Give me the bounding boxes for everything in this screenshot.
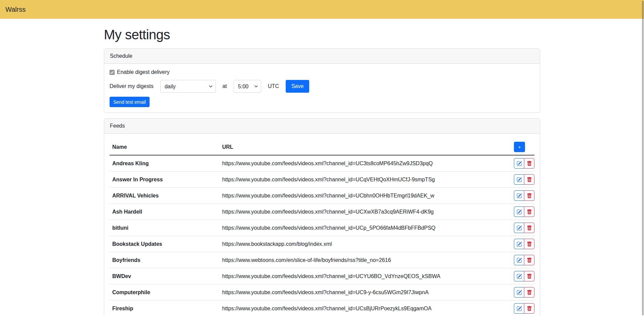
- trash-icon: [527, 306, 532, 311]
- table-row: bitluni https://www.youtube.com/feeds/vi…: [110, 220, 534, 236]
- deliver-label: Deliver my digests: [110, 83, 154, 89]
- table-row: BWDev https://www.youtube.com/feeds/vide…: [110, 268, 534, 284]
- pencil-square-icon: [517, 193, 522, 198]
- enable-digest-label[interactable]: Enable digest delivery: [117, 69, 170, 75]
- edit-feed-button[interactable]: [514, 303, 524, 314]
- table-row: Bookstack Updates https://www.bookstacka…: [110, 236, 534, 252]
- trash-icon: [527, 225, 532, 231]
- frequency-select[interactable]: daily: [160, 80, 216, 93]
- feed-url: https://www.youtube.com/feeds/videos.xml…: [219, 188, 511, 204]
- add-feed-button[interactable]: +: [514, 142, 525, 152]
- edit-feed-button[interactable]: [514, 255, 524, 265]
- table-row: Andreas Kling https://www.youtube.com/fe…: [110, 155, 534, 172]
- edit-feed-button[interactable]: [514, 207, 524, 217]
- time-select[interactable]: 5:00: [234, 80, 261, 93]
- edit-feed-button[interactable]: [514, 223, 524, 233]
- feed-url: https://www.youtube.com/feeds/videos.xml…: [219, 220, 511, 236]
- delete-feed-button[interactable]: [524, 239, 534, 249]
- schedule-card-body: Enable digest delivery Deliver my digest…: [104, 64, 540, 112]
- enable-digest-checkbox[interactable]: [110, 70, 115, 75]
- trash-icon: [527, 161, 532, 166]
- page-scrollbar-thumb[interactable]: [642, 1, 644, 315]
- feed-url: https://www.youtube.com/feeds/videos.xml…: [219, 284, 511, 301]
- feeds-card-header: Feeds: [104, 119, 540, 134]
- feed-actions-group: [514, 239, 534, 249]
- feed-actions-group: [514, 174, 534, 185]
- feed-name: ARRIVAL Vehicles: [110, 188, 219, 204]
- table-row: Fireship https://www.youtube.com/feeds/v…: [110, 301, 534, 316]
- feeds-table-head: Name URL +: [110, 139, 534, 155]
- check-icon: [110, 71, 114, 74]
- edit-feed-button[interactable]: [514, 287, 524, 298]
- timezone-label: UTC: [268, 83, 279, 89]
- feed-url: https://www.youtube.com/feeds/videos.xml…: [219, 301, 511, 316]
- feed-name: Ash Hardell: [110, 204, 219, 220]
- time-select-wrap: 5:00: [234, 80, 261, 93]
- delete-feed-button[interactable]: [524, 287, 534, 298]
- trash-icon: [527, 241, 532, 247]
- feed-url: https://www.webtoons.com/en/slice-of-lif…: [219, 252, 511, 268]
- edit-feed-button[interactable]: [514, 158, 524, 169]
- pencil-square-icon: [517, 177, 522, 182]
- feed-actions-group: [514, 223, 534, 233]
- feed-actions-group: [514, 158, 534, 169]
- feed-name: Answer In Progress: [110, 172, 219, 188]
- delete-feed-button[interactable]: [524, 223, 534, 233]
- top-navbar: Walrss: [0, 0, 644, 19]
- pencil-square-icon: [517, 225, 522, 231]
- feed-url: https://www.bookstackapp.com/blog/index.…: [219, 236, 511, 252]
- feed-name: Bookstack Updates: [110, 236, 219, 252]
- trash-icon: [527, 209, 532, 215]
- feeds-card-body: Name URL + Andreas Kling https://www.you…: [104, 134, 540, 316]
- pencil-square-icon: [517, 290, 522, 295]
- feed-url: https://www.youtube.com/feeds/videos.xml…: [219, 172, 511, 188]
- table-row: ARRIVAL Vehicles https://www.youtube.com…: [110, 188, 534, 204]
- pencil-square-icon: [517, 161, 522, 166]
- feed-name: BWDev: [110, 268, 219, 284]
- at-label: at: [223, 83, 227, 89]
- schedule-card-header: Schedule: [104, 49, 540, 64]
- feed-name: Computerphile: [110, 284, 219, 301]
- main-container: My settings Schedule Enable digest deliv…: [104, 27, 540, 316]
- pencil-square-icon: [517, 258, 522, 263]
- table-row: Answer In Progress https://www.youtube.c…: [110, 172, 534, 188]
- delete-feed-button[interactable]: [524, 190, 534, 201]
- edit-feed-button[interactable]: [514, 239, 524, 249]
- send-test-email-button[interactable]: Send test email: [110, 97, 150, 107]
- column-header-name: Name: [110, 139, 219, 155]
- page-title: My settings: [104, 27, 540, 42]
- schedule-card: Schedule Enable digest delivery Deliver …: [104, 48, 540, 113]
- feed-actions-group: [514, 255, 534, 265]
- table-row: Computerphile https://www.youtube.com/fe…: [110, 284, 534, 301]
- table-row: Ash Hardell https://www.youtube.com/feed…: [110, 204, 534, 220]
- feed-actions-group: [514, 190, 534, 201]
- delete-feed-button[interactable]: [524, 207, 534, 217]
- edit-feed-button[interactable]: [514, 174, 524, 185]
- save-button[interactable]: Save: [286, 80, 309, 93]
- delete-feed-button[interactable]: [524, 255, 534, 265]
- trash-icon: [527, 193, 532, 198]
- delete-feed-button[interactable]: [524, 158, 534, 169]
- feed-name: Boyfriends: [110, 252, 219, 268]
- feed-actions-group: [514, 271, 534, 281]
- trash-icon: [527, 258, 532, 263]
- edit-feed-button[interactable]: [514, 190, 524, 201]
- delete-feed-button[interactable]: [524, 174, 534, 185]
- delivery-form-row: Deliver my digests daily at 5:00: [110, 80, 534, 93]
- feed-url: https://www.youtube.com/feeds/videos.xml…: [219, 155, 511, 172]
- feed-name: Andreas Kling: [110, 155, 219, 172]
- feed-name: Fireship: [110, 301, 219, 316]
- delete-feed-button[interactable]: [524, 271, 534, 281]
- enable-digest-row: Enable digest delivery: [110, 69, 534, 75]
- feed-name: bitluni: [110, 220, 219, 236]
- trash-icon: [527, 177, 532, 182]
- feeds-table: Name URL + Andreas Kling https://www.you…: [110, 139, 534, 316]
- brand-link[interactable]: Walrss: [5, 6, 26, 13]
- table-row: Boyfriends https://www.webtoons.com/en/s…: [110, 252, 534, 268]
- feed-actions-group: [514, 287, 534, 298]
- feed-actions-group: [514, 303, 534, 314]
- frequency-select-wrap: daily: [160, 80, 216, 93]
- column-header-url: URL: [219, 139, 511, 155]
- edit-feed-button[interactable]: [514, 271, 524, 281]
- delete-feed-button[interactable]: [524, 303, 534, 314]
